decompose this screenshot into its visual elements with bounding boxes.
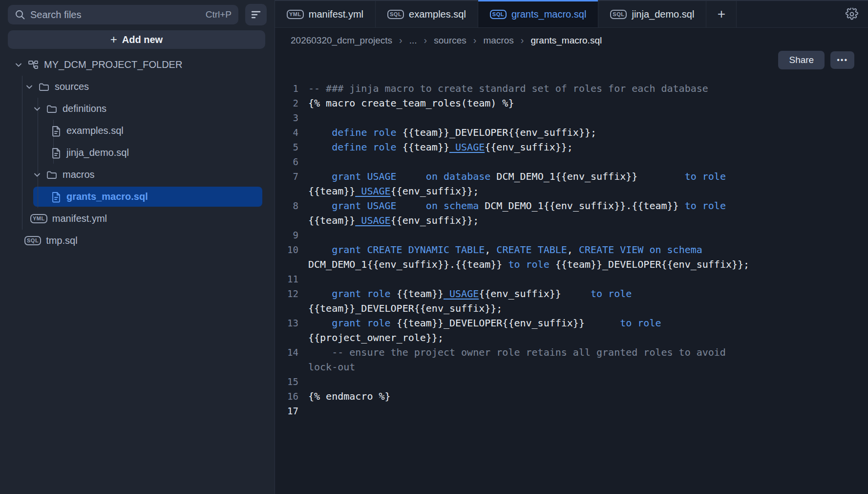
- line-number: 7: [275, 171, 298, 182]
- line-number: 6: [275, 156, 298, 167]
- breadcrumb-item[interactable]: 20260320_dcm_projects: [291, 35, 392, 46]
- sort-lines-icon: [251, 10, 261, 20]
- code-line-wrap[interactable]: DCM_DEMO_1{{env_suffix}}.{{team}} to rol…: [275, 257, 868, 272]
- search-files-box[interactable]: Ctrl+P: [8, 5, 238, 24]
- file-explorer-sidebar: Ctrl+P + Add new MY_DCM_PROJECT_FOLDERso…: [0, 0, 275, 494]
- code-text: grant USAGE on schema DCM_DEMO_1{{env_su…: [308, 200, 726, 212]
- chevron-down-icon[interactable]: [25, 83, 33, 91]
- tree-item-label: definitions: [63, 103, 106, 114]
- tree-item-manifest-yml[interactable]: YMLmanifest.yml: [0, 208, 275, 230]
- search-icon: [15, 9, 25, 20]
- line-number: 5: [275, 142, 298, 152]
- tree-item-macros[interactable]: macros: [0, 164, 275, 186]
- code-editor[interactable]: 1-- ### jinja macro to create standard s…: [275, 70, 868, 494]
- file-tree: MY_DCM_PROJECT_FOLDERsourcesdefinitionse…: [0, 53, 275, 252]
- code-line-16[interactable]: 16{% endmacro %}: [275, 389, 868, 404]
- chevron-down-icon[interactable]: [33, 105, 41, 113]
- tree-item-examples-sql[interactable]: examples.sql: [0, 120, 275, 142]
- tab-bar: YMLmanifest.ymlSQLexamples.sqlSQLgrants_…: [275, 0, 868, 28]
- line-number: 10: [275, 244, 298, 255]
- sort-files-button[interactable]: [245, 4, 267, 25]
- tree-item-definitions[interactable]: definitions: [0, 98, 275, 120]
- line-number: 2: [275, 98, 298, 108]
- breadcrumb-item[interactable]: ...: [409, 35, 417, 46]
- tree-indent-guide: [22, 76, 22, 230]
- code-line-6[interactable]: 6: [275, 154, 868, 169]
- code-line-10[interactable]: 10 grant CREATE DYNAMIC TABLE, CREATE TA…: [275, 242, 868, 257]
- tree-item-label: tmp.sql: [46, 235, 77, 246]
- tree-item-tmp-sql[interactable]: SQLtmp.sql: [0, 230, 275, 252]
- line-number: 13: [275, 318, 298, 328]
- new-tab-button[interactable]: +: [706, 1, 737, 27]
- breadcrumb-item[interactable]: grants_macro.sql: [530, 35, 602, 46]
- tree-indent-guide: [38, 98, 38, 208]
- breadcrumb-separator-icon: ›: [399, 35, 402, 46]
- sql-file-icon: SQL: [24, 236, 41, 245]
- code-text: {{team}}_DEVELOPER{{env_suffix}};: [308, 302, 502, 314]
- code-line-wrap[interactable]: {{team}}_USAGE{{env_suffix}};: [275, 213, 868, 228]
- gear-icon[interactable]: [846, 8, 858, 21]
- code-text: grant CREATE DYNAMIC TABLE, CREATE TABLE…: [308, 244, 702, 256]
- code-line-2[interactable]: 2{% macro create_team_roles(team) %}: [275, 96, 868, 110]
- line-number: 12: [275, 288, 298, 299]
- tree-item-label: jinja_demo.sql: [66, 147, 129, 158]
- code-text: define role {{team}}_USAGE{{env_suffix}}…: [308, 141, 573, 153]
- code-line-wrap[interactable]: lock-out: [275, 360, 868, 374]
- plus-icon: +: [718, 6, 725, 22]
- tree-item-sources[interactable]: sources: [0, 76, 275, 98]
- folder-icon: [46, 169, 58, 181]
- tree-item-label: sources: [55, 81, 89, 92]
- add-new-label: Add new: [122, 34, 163, 45]
- code-text: {{team}}_USAGE{{env_suffix}};: [308, 185, 479, 197]
- code-text: define role {{team}}_DEVELOPER{{env_suff…: [308, 127, 596, 138]
- code-line-3[interactable]: 3: [275, 110, 868, 125]
- tree-item-grants-macro-sql[interactable]: grants_macro.sql: [0, 186, 275, 208]
- add-new-button[interactable]: + Add new: [8, 30, 265, 49]
- code-line-wrap[interactable]: {{project_owner_role}};: [275, 330, 868, 345]
- code-line-5[interactable]: 5 define role {{team}}_USAGE{{env_suffix…: [275, 140, 868, 154]
- more-options-button[interactable]: •••: [830, 51, 854, 69]
- code-line-14[interactable]: 14 -- ensure the project owner role reta…: [275, 345, 868, 360]
- code-text: {% macro create_team_roles(team) %}: [308, 97, 514, 109]
- code-line-11[interactable]: 11: [275, 272, 868, 286]
- code-line-wrap[interactable]: {{team}}_DEVELOPER{{env_suffix}};: [275, 301, 868, 316]
- breadcrumb-separator-icon: ›: [521, 35, 524, 46]
- code-line-9[interactable]: 9: [275, 228, 868, 242]
- tab-examples-sql[interactable]: SQLexamples.sql: [376, 1, 478, 27]
- tree-item-label: macros: [63, 169, 95, 180]
- code-line-17[interactable]: 17: [275, 404, 868, 418]
- line-number: 14: [275, 347, 298, 358]
- breadcrumb-separator-icon: ›: [473, 35, 477, 46]
- code-line-4[interactable]: 4 define role {{team}}_DEVELOPER{{env_su…: [275, 125, 868, 140]
- line-number: 3: [275, 112, 298, 123]
- tree-item-my-dcm-project-folder[interactable]: MY_DCM_PROJECT_FOLDER: [0, 54, 275, 76]
- tab-label: manifest.yml: [309, 9, 363, 20]
- folder-icon: [46, 103, 58, 115]
- code-text: DCM_DEMO_1{{env_suffix}}.{{team}} to rol…: [308, 258, 749, 270]
- tab-jinja-demo-sql[interactable]: SQLjinja_demo.sql: [598, 1, 706, 27]
- code-text: grant USAGE on database DCM_DEMO_1{{env_…: [308, 171, 726, 182]
- breadcrumb-item[interactable]: macros: [483, 35, 513, 46]
- file-icon: [51, 125, 62, 137]
- code-line-12[interactable]: 12 grant role {{team}}_USAGE{{env_suffix…: [275, 286, 868, 301]
- sql-file-icon: SQL: [490, 10, 507, 19]
- search-input[interactable]: [30, 9, 201, 21]
- share-button[interactable]: Share: [778, 51, 825, 69]
- tab-manifest-yml[interactable]: YMLmanifest.yml: [275, 1, 376, 27]
- code-line-wrap[interactable]: {{team}}_USAGE{{env_suffix}};: [275, 184, 868, 198]
- line-number: 11: [275, 274, 298, 284]
- breadcrumb-item[interactable]: sources: [434, 35, 466, 46]
- tree-item-jinja-demo-sql[interactable]: jinja_demo.sql: [0, 142, 275, 164]
- tab-grants-macro-sql[interactable]: SQLgrants_macro.sql: [478, 1, 599, 27]
- code-line-15[interactable]: 15: [275, 374, 868, 389]
- code-line-1[interactable]: 1-- ### jinja macro to create standard s…: [275, 81, 868, 96]
- code-line-13[interactable]: 13 grant role {{team}}_DEVELOPER{{env_su…: [275, 316, 868, 330]
- chevron-down-icon[interactable]: [33, 171, 41, 179]
- code-line-7[interactable]: 7 grant USAGE on database DCM_DEMO_1{{en…: [275, 169, 868, 184]
- line-number: 4: [275, 127, 298, 138]
- code-line-8[interactable]: 8 grant USAGE on schema DCM_DEMO_1{{env_…: [275, 198, 868, 213]
- breadcrumb-separator-icon: ›: [424, 35, 427, 46]
- code-text: grant role {{team}}_DEVELOPER{{env_suffi…: [308, 317, 661, 329]
- chevron-down-icon[interactable]: [15, 61, 22, 69]
- search-shortcut: Ctrl+P: [206, 9, 232, 20]
